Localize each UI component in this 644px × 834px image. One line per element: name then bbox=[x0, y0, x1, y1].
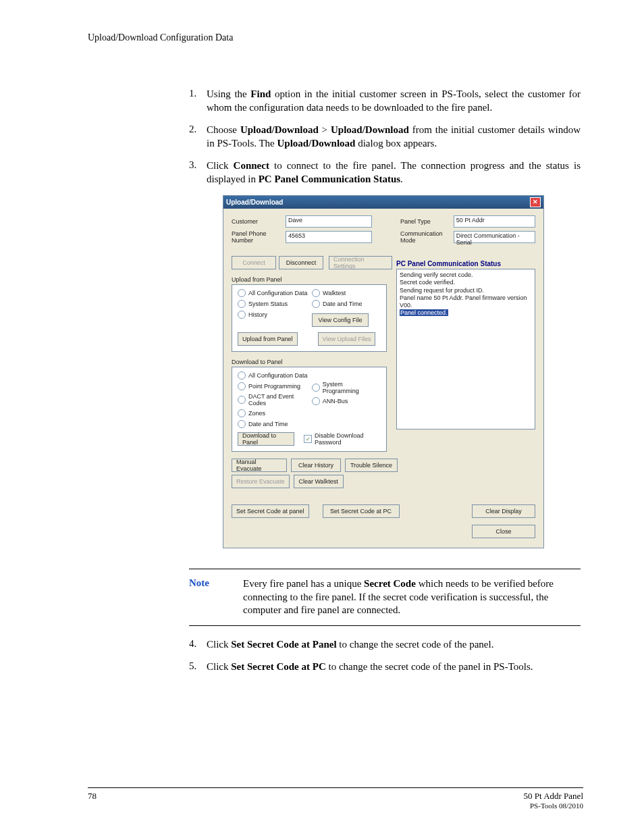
view-upload-files-button[interactable]: View Upload Files bbox=[318, 332, 376, 346]
customer-field[interactable]: Dave bbox=[286, 215, 372, 228]
radio-icon bbox=[238, 382, 246, 390]
phone-label: Panel Phone Number bbox=[232, 230, 286, 244]
disconnect-button[interactable]: Disconnect bbox=[279, 256, 323, 269]
radio-label: Walktest bbox=[323, 290, 346, 296]
status-line-highlight: Panel connected. bbox=[400, 309, 448, 316]
radio-label: DACT and Event Codes bbox=[248, 393, 312, 407]
disable-password-checkbox[interactable]: ✓Disable Download Password bbox=[304, 432, 381, 446]
comm-mode-label: Communication Mode bbox=[400, 230, 454, 244]
step-item: 4.Click Set Secret Code at Panel to chan… bbox=[189, 638, 581, 652]
restore-evacuate-button[interactable]: Restore Evacuate bbox=[232, 475, 290, 488]
radio-option[interactable]: DACT and Event Codes bbox=[238, 393, 312, 407]
radio-option[interactable]: Date and Time bbox=[312, 300, 369, 308]
radio-option[interactable]: History bbox=[238, 311, 312, 319]
clear-history-button[interactable]: Clear History bbox=[291, 459, 341, 472]
radio-icon bbox=[238, 289, 246, 297]
radio-icon bbox=[238, 420, 246, 428]
running-header: Upload/Download Configuration Data bbox=[88, 32, 233, 43]
radio-label: System Status bbox=[248, 301, 288, 307]
note-block: Note Every fire panel has a unique Secre… bbox=[189, 569, 581, 626]
page-footer: 78 50 Pt Addr Panel PS-Tools 08/2010 bbox=[88, 787, 583, 810]
radio-option[interactable]: System Status bbox=[238, 300, 312, 308]
radio-label: All Configuration Data bbox=[248, 290, 308, 296]
trouble-silence-button[interactable]: Trouble Silence bbox=[345, 459, 398, 472]
download-panel: All Configuration DataPoint ProgrammingD… bbox=[232, 367, 387, 452]
close-icon[interactable]: ✕ bbox=[530, 197, 541, 207]
radio-label: Point Programming bbox=[248, 383, 300, 390]
upload-section-label: Upload from Panel bbox=[232, 276, 387, 283]
upload-download-dialog: Upload/Download ✕ Customer Dave Panel Ph… bbox=[223, 195, 544, 548]
radio-icon bbox=[312, 397, 320, 405]
step-item: 5.Click Set Secret Code at PC to change … bbox=[189, 660, 581, 674]
radio-label: Date and Time bbox=[323, 301, 363, 307]
radio-option[interactable]: Date and Time bbox=[238, 420, 312, 428]
footer-sub: PS-Tools 08/2010 bbox=[524, 802, 583, 810]
radio-label: System Programming bbox=[323, 381, 381, 394]
radio-label: Zones bbox=[248, 410, 265, 417]
disable-password-label: Disable Download Password bbox=[315, 432, 381, 446]
connection-settings-button[interactable]: Connection Settings bbox=[329, 256, 392, 269]
dialog-figure: Upload/Download ✕ Customer Dave Panel Ph… bbox=[223, 195, 581, 548]
set-secret-panel-button[interactable]: Set Secret Code at panel bbox=[232, 504, 309, 518]
radio-option[interactable]: All Configuration Data bbox=[238, 289, 312, 297]
radio-icon bbox=[238, 300, 246, 308]
radio-label: All Configuration Data bbox=[248, 372, 308, 379]
phone-field[interactable]: 45653 bbox=[286, 231, 372, 243]
radio-option[interactable]: System Programming bbox=[312, 381, 381, 394]
radio-label: ANN-Bus bbox=[323, 398, 348, 405]
comm-status-box: Sending verify secret code.Secret code v… bbox=[396, 269, 535, 429]
steps-list-a: 1.Using the Find option in the initial c… bbox=[189, 88, 581, 186]
upload-panel: All Configuration DataSystem StatusHisto… bbox=[232, 284, 387, 352]
step-item: 3.Click Connect to connect to the fire p… bbox=[189, 159, 581, 186]
radio-icon bbox=[312, 384, 320, 392]
step-item: 2.Choose Upload/Download > Upload/Downlo… bbox=[189, 124, 581, 150]
step-item: 1.Using the Find option in the initial c… bbox=[189, 88, 581, 114]
radio-label: History bbox=[248, 311, 267, 318]
radio-icon bbox=[238, 371, 246, 380]
status-line: Sending verify secret code. bbox=[400, 271, 532, 279]
footer-title: 50 Pt Addr Panel bbox=[524, 791, 583, 801]
clear-walktest-button[interactable]: Clear Walktest bbox=[294, 475, 344, 488]
comm-mode-field: Direct Communication - Serial bbox=[454, 231, 535, 243]
close-button[interactable]: Close bbox=[472, 525, 535, 538]
radio-option[interactable]: Point Programming bbox=[238, 382, 312, 390]
radio-option[interactable]: All Configuration Data bbox=[238, 371, 312, 380]
comm-status-header: PC Panel Communication Status bbox=[396, 260, 535, 267]
radio-icon bbox=[238, 311, 246, 319]
clear-display-button[interactable]: Clear Display bbox=[472, 504, 535, 518]
note-label: Note bbox=[189, 577, 243, 617]
radio-icon bbox=[238, 409, 246, 417]
view-config-button[interactable]: View Config File bbox=[312, 313, 369, 327]
panel-type-field: 50 Pt Addr bbox=[454, 215, 535, 228]
connect-button[interactable]: Connect bbox=[232, 256, 276, 269]
steps-list-b: 4.Click Set Secret Code at Panel to chan… bbox=[189, 638, 581, 674]
download-section-label: Download to Panel bbox=[232, 359, 387, 365]
status-line: Panel name 50 Pt Addr. Panel firmware ve… bbox=[400, 294, 532, 310]
download-to-panel-button[interactable]: Download to Panel bbox=[238, 432, 294, 446]
page-number: 78 bbox=[88, 791, 97, 810]
status-line: Secret code verified. bbox=[400, 279, 532, 286]
status-line: Sending request for product ID. bbox=[400, 287, 532, 294]
manual-evacuate-button[interactable]: Manual Evacuate bbox=[232, 459, 287, 472]
radio-icon bbox=[238, 396, 246, 404]
panel-type-label: Panel Type bbox=[400, 218, 454, 225]
radio-option[interactable]: ANN-Bus bbox=[312, 397, 381, 405]
note-text: Every fire panel has a unique Secret Cod… bbox=[243, 577, 581, 617]
radio-icon bbox=[312, 300, 320, 308]
customer-label: Customer bbox=[232, 218, 286, 225]
dialog-title-text: Upload/Download bbox=[226, 199, 283, 206]
upload-from-panel-button[interactable]: Upload from Panel bbox=[238, 332, 298, 346]
radio-icon bbox=[312, 289, 320, 297]
radio-label: Date and Time bbox=[248, 421, 288, 427]
radio-option[interactable]: Walktest bbox=[312, 289, 369, 297]
radio-option[interactable]: Zones bbox=[238, 409, 312, 417]
set-secret-pc-button[interactable]: Set Secret Code at PC bbox=[323, 504, 400, 518]
dialog-titlebar: Upload/Download ✕ bbox=[223, 196, 543, 209]
